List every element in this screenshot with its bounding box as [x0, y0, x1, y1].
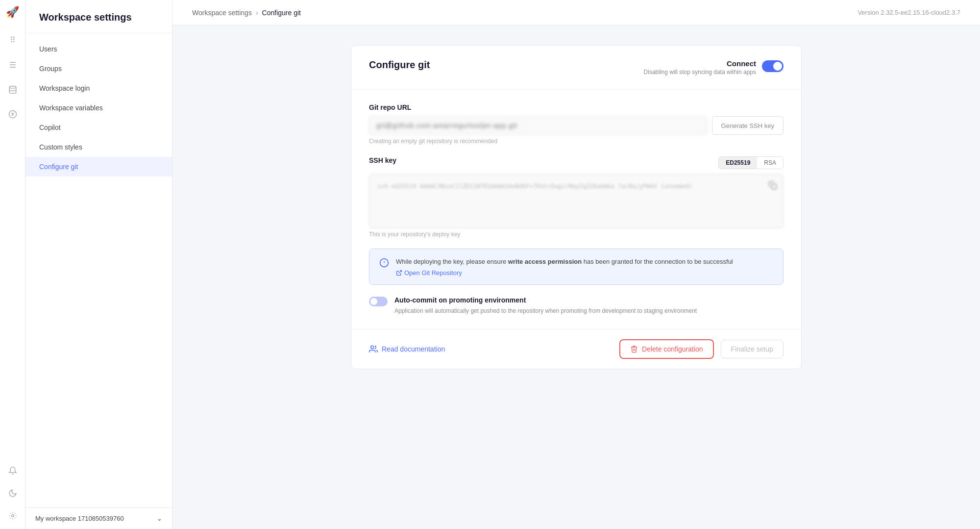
connect-section: Connect Disabling will stop syncing data… [644, 59, 784, 76]
git-card-title: Configure git [369, 59, 430, 71]
sidebar-item-copilot[interactable]: Copilot [25, 118, 172, 137]
sidebar-item-custom-styles[interactable]: Custom styles [25, 137, 172, 157]
footer-right: Delete configuration Finalize setup [619, 339, 784, 359]
svg-point-0 [9, 86, 16, 89]
finalize-setup-button[interactable]: Finalize setup [721, 340, 784, 358]
autocommit-row: Auto-commit on promoting environment App… [369, 296, 784, 315]
breadcrumb: Workspace settings › Configure git [192, 9, 301, 17]
ssh-key-header: SSH key ED25519 RSA [369, 156, 784, 169]
git-repo-url-label: Git repo URL [369, 103, 784, 111]
settings-icon[interactable] [5, 508, 20, 523]
svg-point-2 [11, 515, 14, 517]
sidebar-item-groups[interactable]: Groups [25, 59, 172, 78]
git-repo-url-input[interactable] [369, 116, 707, 135]
autocommit-label: Auto-commit on promoting environment [394, 296, 526, 304]
sidebar-nav: Users Groups Workspace login Workspace v… [25, 33, 172, 507]
list-icon[interactable]: ☰ [6, 57, 19, 73]
copy-icon[interactable] [768, 180, 777, 194]
moon-icon[interactable] [5, 486, 20, 501]
git-card: Configure git Connect Disabling will sto… [351, 45, 802, 369]
svg-point-8 [371, 346, 374, 349]
autocommit-text: Auto-commit on promoting environment App… [394, 296, 697, 315]
open-git-repo-link[interactable]: Open Git Repository [396, 269, 733, 277]
autocommit-toggle[interactable] [369, 297, 388, 306]
key-type-ed25519[interactable]: ED25519 [719, 157, 757, 169]
database-icon[interactable] [5, 82, 20, 97]
workspace-name: My workspace 1710850539760 [35, 515, 124, 522]
sidebar-item-users[interactable]: Users [25, 39, 172, 59]
sidebar: Workspace settings Users Groups Workspac… [25, 0, 172, 529]
ssh-key-box: ssh-ed25519 AAAAC3NzaC1lZDI1NTE5AAAAIAeB… [369, 174, 784, 228]
top-bar: Workspace settings › Configure git Versi… [172, 0, 980, 25]
breadcrumb-parent[interactable]: Workspace settings [192, 9, 252, 17]
ssh-key-value: ssh-ed25519 AAAAC3NzaC1lZDI1NTE5AAAAIAeB… [377, 183, 692, 190]
breadcrumb-current: Configure git [262, 9, 301, 17]
app-logo: 🚀 [6, 6, 19, 19]
git-repo-url-hint: Creating an empty git repository is reco… [369, 138, 784, 145]
svg-rect-3 [772, 184, 777, 189]
icon-bar: 🚀 ⠿ ☰ [0, 0, 25, 529]
key-type-toggle: ED25519 RSA [718, 156, 784, 169]
read-documentation-button[interactable]: Read documentation [369, 345, 445, 353]
version-text: Version 2.32.5-ee2.15.16-cloud2.3.7 [858, 9, 960, 16]
info-box-content: While deploying the key, please ensure w… [396, 257, 733, 277]
info-icon [379, 258, 389, 277]
git-card-footer: Read documentation Delete configuration … [351, 329, 801, 369]
svg-line-7 [398, 270, 401, 273]
info-box: While deploying the key, please ensure w… [369, 249, 784, 285]
sidebar-item-configure-git[interactable]: Configure git [25, 157, 172, 176]
generate-ssh-key-button[interactable]: Generate SSH key [712, 116, 784, 135]
grid-icon[interactable]: ⠿ [7, 32, 19, 48]
chevron-down-icon: ⌄ [157, 515, 162, 522]
breadcrumb-separator: › [256, 9, 258, 17]
sidebar-item-workspace-login[interactable]: Workspace login [25, 78, 172, 98]
content-area: Configure git Connect Disabling will sto… [172, 25, 980, 529]
delete-configuration-button[interactable]: Delete configuration [619, 339, 714, 359]
connect-label: Connect [644, 59, 756, 68]
bell-icon[interactable] [5, 463, 20, 478]
git-repo-url-row: Generate SSH key [369, 116, 784, 135]
sidebar-footer[interactable]: My workspace 1710850539760 ⌄ [25, 507, 172, 529]
copilot-icon[interactable] [5, 107, 20, 122]
main-area: Workspace settings › Configure git Versi… [172, 0, 980, 529]
git-card-body: Git repo URL Generate SSH key Creating a… [351, 90, 801, 329]
sidebar-item-workspace-variables[interactable]: Workspace variables [25, 98, 172, 118]
sidebar-title: Workspace settings [25, 0, 172, 33]
autocommit-description: Application will automatically get pushe… [394, 306, 697, 315]
ssh-deploy-hint: This is your repository's deploy key [369, 231, 784, 238]
key-type-rsa[interactable]: RSA [757, 157, 783, 169]
ssh-key-label: SSH key [369, 156, 396, 164]
info-box-text: While deploying the key, please ensure w… [396, 257, 733, 267]
read-docs-label: Read documentation [382, 345, 445, 353]
connect-toggle[interactable] [762, 60, 784, 72]
connect-sublabel: Disabling will stop syncing data within … [644, 69, 756, 76]
git-card-header: Configure git Connect Disabling will sto… [351, 46, 801, 90]
connect-label-group: Connect Disabling will stop syncing data… [644, 59, 756, 76]
delete-label: Delete configuration [642, 345, 703, 353]
